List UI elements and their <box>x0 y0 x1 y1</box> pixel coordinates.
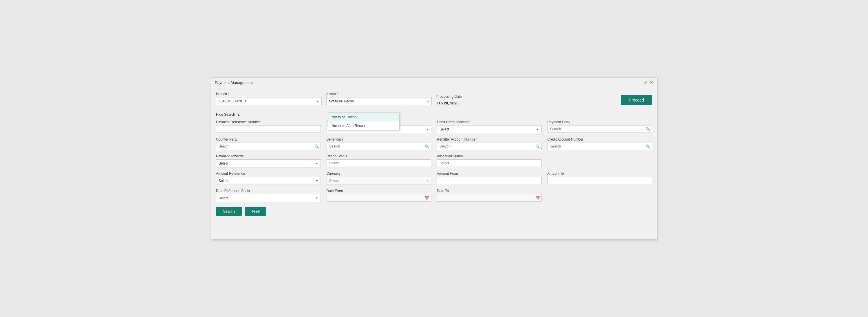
window-title: Payment Management <box>215 80 253 85</box>
payment-party-field: Payment Party 🔍 <box>548 120 652 133</box>
payment-party-input-wrapper: 🔍 <box>548 125 652 133</box>
top-row: Branch * 004-LM BRANCH ▼ Action * <box>216 92 652 105</box>
action-dropdown-popup: Not to be Recon Not to be Auto-Recon <box>328 112 400 131</box>
payment-party-label: Payment Party <box>548 120 652 124</box>
debit-credit-select-wrapper: Select ▼ <box>437 125 542 133</box>
remitter-account-search-icon[interactable]: 🔍 <box>535 144 540 149</box>
credit-account-search-icon[interactable]: 🔍 <box>646 144 650 149</box>
amount-to-label: Amount To <box>548 172 652 176</box>
branch-select-wrapper: 004-LM BRANCH ▼ <box>216 97 322 105</box>
title-bar: Payment Management ⤢ ✕ <box>211 78 657 87</box>
amount-reference-field: Amount Reference Select ▼ <box>216 172 321 185</box>
counter-party-search-icon[interactable]: 🔍 <box>314 144 319 149</box>
remitter-account-input-wrapper: 🔍 <box>437 143 542 150</box>
currency-label: Currency <box>327 172 431 176</box>
allocation-status-input[interactable] <box>437 160 542 167</box>
payment-reference-input[interactable] <box>216 125 321 133</box>
payment-party-search-icon[interactable]: 🔍 <box>646 127 650 131</box>
remitter-account-field: Remitter Account Number 🔍 <box>437 137 542 150</box>
amount-reference-select[interactable]: Select <box>216 177 321 185</box>
action-select-wrapper: Not to be Recon ▼ <box>326 97 432 105</box>
amount-reference-label: Amount Reference <box>216 172 321 176</box>
counter-party-input-wrapper: 🔍 <box>216 143 321 150</box>
amount-from-label: Amount From <box>437 172 542 176</box>
date-reference-select[interactable]: Select <box>216 194 321 202</box>
date-to-input-wrapper: 📅 <box>437 194 542 202</box>
processing-date-value: Jan 20, 2020 <box>436 101 542 105</box>
processing-date-label: Processing Date <box>436 95 542 99</box>
action-field-group: Action * Not to be Recon ▼ <box>326 92 432 105</box>
date-from-label: Date From <box>327 189 431 193</box>
date-to-field: Date To 📅 <box>437 189 542 202</box>
amount-from-field: Amount From <box>437 172 542 185</box>
resize-icon[interactable]: ⤢ <box>644 80 647 85</box>
branch-label: Branch * <box>216 92 322 96</box>
debit-credit-field: Debit-Credit Indicator Select ▼ <box>437 120 542 133</box>
amount-to-input[interactable] <box>548 177 652 184</box>
beneficiary-field: Beneficiary 🔍 <box>327 137 431 150</box>
date-from-field: Date From 📅 <box>327 189 431 202</box>
payment-reference-field: Payment Reference Number <box>216 120 321 133</box>
action-label: Action * <box>326 92 432 96</box>
date-from-input-wrapper: 📅 <box>327 194 431 202</box>
processing-date-field-group: Processing Date Jan 20, 2020 <box>436 95 542 105</box>
hide-search-arrow-icon: ▲ <box>237 113 240 116</box>
credit-account-input[interactable] <box>548 143 652 150</box>
counter-party-input[interactable] <box>216 143 321 150</box>
reset-button[interactable]: Reset <box>245 207 266 216</box>
debit-credit-select[interactable]: Select <box>437 125 542 133</box>
date-reference-label: Date Reference Basis <box>216 189 321 193</box>
payment-towards-label: Payment Towards <box>216 154 321 158</box>
payment-party-input[interactable] <box>548 125 652 133</box>
beneficiary-search-icon[interactable]: 🔍 <box>425 144 429 149</box>
currency-select[interactable]: Select <box>327 177 431 185</box>
date-to-input[interactable] <box>437 194 542 202</box>
payment-towards-select[interactable]: Select <box>216 160 321 168</box>
currency-select-wrapper: Select ▼ <box>327 177 431 185</box>
close-icon[interactable]: ✕ <box>650 80 653 85</box>
beneficiary-input-wrapper: 🔍 <box>327 143 431 150</box>
remitter-account-label: Remitter Account Number <box>437 137 542 141</box>
date-reference-field: Date Reference Basis Select ▼ <box>216 189 321 202</box>
dropdown-item-not-to-be-recon[interactable]: Not to be Recon <box>328 113 399 121</box>
payment-management-window: Payment Management ⤢ ✕ Branch * 004-LM B… <box>211 77 657 240</box>
search-section: Payment Reference Number Payment Mode Se… <box>216 120 652 202</box>
branch-field-group: Branch * 004-LM BRANCH ▼ <box>216 92 322 105</box>
empty-cell-2 <box>548 189 652 202</box>
credit-account-field: Credit Account Number 🔍 <box>548 137 652 150</box>
amount-to-field: Amount To <box>548 172 652 185</box>
recon-status-field: Recon Status <box>327 154 431 168</box>
payment-towards-select-wrapper: Select ▼ <box>216 160 321 168</box>
date-from-input[interactable] <box>327 194 431 202</box>
dropdown-item-not-to-be-auto-recon[interactable]: Not to be Auto-Recon <box>328 121 399 130</box>
payment-reference-label: Payment Reference Number <box>216 120 321 124</box>
payment-towards-field: Payment Towards Select ▼ <box>216 154 321 168</box>
section-divider <box>216 109 652 109</box>
counter-party-field: Counter Party 🔍 <box>216 137 321 150</box>
empty-cell-1 <box>548 154 652 168</box>
debit-credit-label: Debit-Credit Indicator <box>437 120 542 124</box>
recon-status-input[interactable] <box>327 160 431 167</box>
content-area: Branch * 004-LM BRANCH ▼ Action * <box>211 87 657 220</box>
hide-search-toggle[interactable]: Hide Search ▲ <box>216 112 652 116</box>
amount-from-input[interactable] <box>437 177 542 184</box>
remitter-account-input[interactable] <box>437 143 542 150</box>
allocation-status-field: Allocation Status <box>437 154 542 168</box>
credit-account-label: Credit Account Number <box>548 137 652 141</box>
amount-reference-select-wrapper: Select ▼ <box>216 177 321 185</box>
action-select[interactable]: Not to be Recon <box>326 97 432 105</box>
date-to-label: Date To <box>437 189 542 193</box>
bottom-buttons: Search Reset <box>216 207 652 216</box>
allocation-status-label: Allocation Status <box>437 154 542 158</box>
title-bar-controls: ⤢ ✕ <box>644 80 653 85</box>
proceed-button[interactable]: Proceed <box>621 95 652 105</box>
branch-select[interactable]: 004-LM BRANCH <box>216 97 322 105</box>
credit-account-input-wrapper: 🔍 <box>548 143 652 150</box>
counter-party-label: Counter Party <box>216 137 321 141</box>
beneficiary-input[interactable] <box>327 143 431 150</box>
currency-field: Currency Select ▼ <box>327 172 431 185</box>
beneficiary-label: Beneficiary <box>327 137 431 141</box>
search-button[interactable]: Search <box>216 207 242 216</box>
proceed-field-group: Proceed <box>547 95 652 105</box>
date-reference-select-wrapper: Select ▼ <box>216 194 321 202</box>
